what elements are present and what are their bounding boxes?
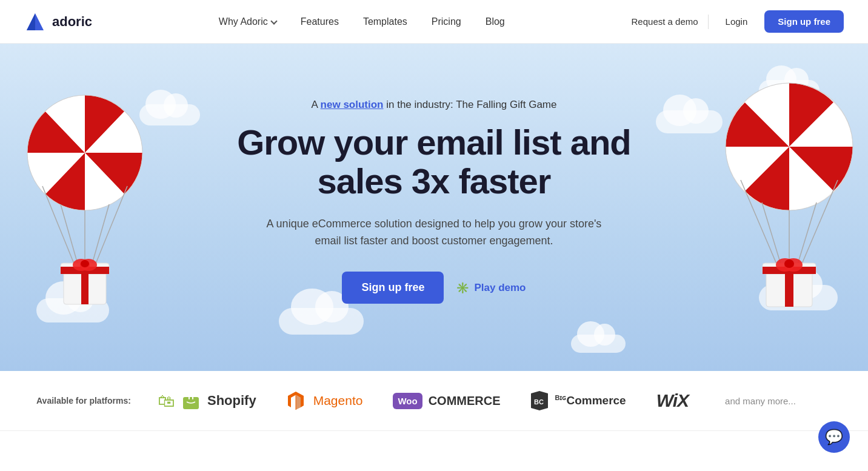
chevron-down-icon [270,18,277,24]
cloud-decoration-6 [571,335,626,353]
cloud-decoration-5 [279,308,364,335]
logo-icon [24,11,46,33]
svg-marker-1 [27,13,35,30]
woocommerce-logo: Woo COMMERCE [393,393,500,409]
nav-features[interactable]: Features [291,12,349,32]
play-demo-button[interactable]: ✳️ Play demo [456,281,526,295]
hero-tag-link[interactable]: new solution [321,99,384,110]
nav-pricing[interactable]: Pricing [422,12,471,32]
platforms-logos: 🛍 Shopify Magento Woo COMMERCE [158,390,796,411]
platforms-more-text: and many more... [725,396,796,406]
magento-text: Magento [313,393,363,408]
platforms-label: Available for platforms: [36,396,133,406]
nav-links: Why Adoric Features Templates Pricing Bl… [209,12,515,32]
svg-point-29 [784,259,794,268]
hero-section: A new solution in the industry: The Fall… [0,44,868,371]
cloud-decoration-4 [656,110,723,133]
woo-badge: Woo [393,393,422,409]
hero-actions: Sign up free ✳️ Play demo [237,272,631,304]
shopify-logo: 🛍 Shopify [158,391,256,410]
svg-point-15 [81,260,89,267]
svg-text:BC: BC [534,398,544,406]
signup-button-nav[interactable]: Sign up free [764,10,844,33]
request-demo-button[interactable]: Request a demo [632,16,698,27]
nav-templates[interactable]: Templates [353,12,417,32]
svg-line-6 [91,204,109,268]
hero-announcement: A new solution in the industry: The Fall… [237,99,631,111]
svg-rect-33 [192,396,193,399]
nav-why-adoric[interactable]: Why Adoric [209,12,286,32]
hero-title: Grow your email list and sales 3x faster [237,123,631,201]
woo-commerce-text: COMMERCE [429,394,501,408]
magento-icon [287,390,305,411]
logo-link[interactable]: adoric [24,11,92,33]
svg-line-5 [61,204,79,268]
magento-logo: Magento [287,390,363,411]
nav-divider [708,15,709,29]
hero-subtitle: A unique eCommerce solution designed to … [258,215,610,250]
platforms-section: Available for platforms: 🛍 Shopify [0,371,868,431]
demo-cursor-icon: ✳️ [456,281,469,295]
svg-line-19 [762,202,782,268]
svg-rect-32 [189,396,190,399]
nav-blog[interactable]: Blog [476,12,515,32]
svg-line-20 [796,202,816,268]
shopify-text: Shopify [207,393,256,409]
parachute-left [24,86,145,316]
logo-text: adoric [52,14,92,30]
shopify-bag-icon [182,391,200,410]
cloud-decoration-2 [139,104,200,125]
bigcommerce-text: BɪɢCommerce [555,394,626,407]
shopify-icon: 🛍 [158,391,177,410]
login-button[interactable]: Login [718,12,755,32]
navbar: adoric Why Adoric Features Templates Pri… [0,0,868,44]
svg-text:🛍: 🛍 [158,392,175,410]
hero-content: A new solution in the industry: The Fall… [237,99,631,304]
bigcommerce-logo: BC BɪɢCommerce [531,391,626,410]
bigcommerce-icon: BC [531,391,548,410]
chat-icon: 💬 [825,429,843,431]
nav-right: Request a demo Login Sign up free [632,10,844,33]
parachute-right [723,74,856,316]
wix-text: WiX [656,390,689,411]
signup-button-hero[interactable]: Sign up free [342,272,444,304]
wix-logo: WiX [656,390,689,411]
